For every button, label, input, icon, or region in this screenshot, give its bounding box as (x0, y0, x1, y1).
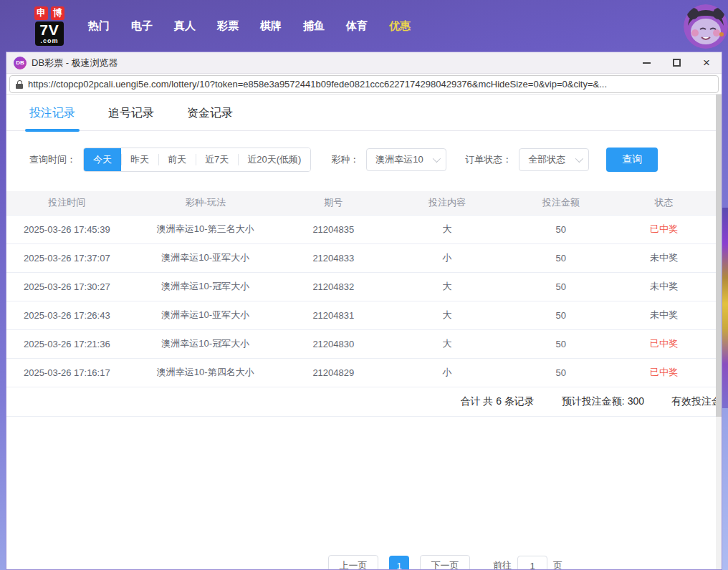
status-filter-label: 订单状态： (465, 153, 512, 166)
time-range-group: 今天 昨天 前天 近7天 近20天(低频) (83, 148, 311, 172)
cell-bet-content: 小 (383, 243, 512, 272)
table-row: 2025-03-26 17:16:17 澳洲幸运10-第四名大小 2120482… (6, 358, 717, 387)
cell-lottery-play: 澳洲幸运10-冠军大小 (128, 272, 284, 301)
page-unit-label: 页 (553, 559, 562, 570)
maximize-icon (673, 59, 681, 67)
nav-item-fishing[interactable]: 捕鱼 (302, 19, 325, 33)
time-option-yesterday[interactable]: 昨天 (121, 148, 158, 171)
maximize-button[interactable] (661, 52, 691, 73)
chevron-down-icon (433, 155, 441, 163)
url-text: https://ctopcp02pcali.uengi5e.com/lotter… (28, 79, 607, 90)
cell-issue: 21204831 (284, 301, 383, 329)
page-content: 投注记录 追号记录 资金记录 查询时间： 今天 昨天 前天 近7天 近20天(低… (6, 95, 722, 569)
logo-badge-1: 申 (34, 6, 48, 20)
page-number-1[interactable]: 1 (389, 556, 409, 570)
tab-bet-records[interactable]: 投注记录 (29, 106, 75, 130)
cell-bet-content: 小 (383, 358, 512, 387)
cell-bet-content: 大 (383, 329, 512, 358)
cell-lottery-play: 澳洲幸运10-冠军大小 (128, 329, 284, 358)
table-row: 2025-03-26 17:21:36 澳洲幸运10-冠军大小 21204830… (6, 329, 717, 358)
cell-bet-content: 大 (383, 301, 512, 329)
background-page-sliver (722, 208, 728, 408)
cell-bet-amount: 50 (511, 272, 610, 301)
minimize-icon (643, 62, 651, 64)
logo-badges: 申 博 (34, 6, 64, 20)
lottery-select-value: 澳洲幸运10 (375, 153, 423, 166)
col-bet-time: 投注时间 (6, 191, 128, 215)
lock-icon (16, 80, 23, 89)
table-header-row: 投注时间 彩种-玩法 期号 投注内容 投注金额 状态 (6, 191, 717, 215)
app-icon: DB (14, 57, 27, 69)
cell-issue: 21204835 (284, 215, 383, 243)
nav-item-lottery[interactable]: 彩票 (216, 19, 239, 33)
logo-sub-text: .com (39, 38, 59, 44)
time-option-day-before[interactable]: 前天 (158, 148, 196, 171)
cell-lottery-play: 澳洲幸运10-亚军大小 (128, 243, 284, 272)
cell-lottery-play: 澳洲幸运10-亚军大小 (128, 301, 284, 329)
table-row: 2025-03-26 17:37:07 澳洲幸运10-亚军大小 21204833… (6, 243, 717, 272)
record-tabs: 投注记录 追号记录 资金记录 (6, 95, 722, 131)
nav-item-hot[interactable]: 热门 (87, 19, 110, 33)
logo-main: 7V .com (35, 21, 64, 46)
window-title: DB彩票 - 极速浏览器 (32, 57, 118, 69)
cell-bet-time: 2025-03-26 17:37:07 (6, 243, 128, 272)
cell-issue: 21204830 (284, 329, 383, 358)
vertical-scrollbar[interactable] (716, 95, 722, 569)
table-row: 2025-03-26 17:26:43 澳洲幸运10-亚军大小 21204831… (6, 301, 717, 329)
prev-page-button[interactable]: 上一页 (328, 555, 378, 570)
tab-chase-records[interactable]: 追号记录 (108, 106, 154, 130)
cell-bet-amount: 50 (511, 243, 610, 272)
cell-status: 未中奖 (610, 243, 717, 272)
site-header: 申 博 7V .com 热门 电子 真人 彩票 棋牌 捕鱼 体育 优惠 (0, 0, 728, 52)
close-icon: × (703, 57, 710, 69)
nav-item-live[interactable]: 真人 (173, 19, 196, 33)
search-button[interactable]: 查询 (606, 148, 658, 172)
summary-values: 合计 共 6 条记录 预计投注金额: 300 有效投注金额 (6, 387, 717, 416)
pagination: 上一页 1 下一页 前往 页 (328, 555, 562, 570)
time-filter-label: 查询时间： (29, 153, 76, 166)
cell-bet-amount: 50 (511, 301, 610, 329)
col-status: 状态 (610, 191, 717, 215)
site-logo[interactable]: 申 博 7V .com (26, 6, 73, 46)
cell-status: 已中奖 (610, 329, 717, 358)
cell-bet-content: 大 (383, 272, 512, 301)
time-option-today[interactable]: 今天 (84, 148, 121, 171)
site-nav: 热门 电子 真人 彩票 棋牌 捕鱼 体育 优惠 (87, 19, 431, 33)
cell-bet-time: 2025-03-26 17:21:36 (6, 329, 128, 358)
browser-urlbar: https://ctopcp02pcali.uengi5e.com/lotter… (6, 74, 722, 95)
close-button[interactable]: × (691, 52, 722, 73)
cell-bet-amount: 50 (511, 358, 610, 387)
nav-item-board-games[interactable]: 棋牌 (259, 19, 282, 33)
window-controls: × (631, 52, 722, 73)
browser-window: DB DB彩票 - 极速浏览器 × https://ctopcp02pcali.… (6, 52, 722, 570)
bet-records-table: 投注时间 彩种-玩法 期号 投注内容 投注金额 状态 2025-03-26 17… (6, 191, 717, 387)
cell-status: 已中奖 (610, 358, 717, 387)
minimize-button[interactable] (631, 52, 661, 73)
user-avatar[interactable] (684, 4, 728, 49)
summary-row: 合计 共 6 条记录 预计投注金额: 300 有效投注金额 (6, 387, 717, 417)
summary-valid-amount: 有效投注金额 (671, 395, 717, 408)
window-titlebar[interactable]: DB DB彩票 - 极速浏览器 × (6, 52, 722, 74)
address-bar[interactable]: https://ctopcp02pcali.uengi5e.com/lotter… (9, 75, 719, 93)
scrollbar-thumb[interactable] (716, 95, 722, 417)
time-option-20days[interactable]: 近20天(低频) (238, 148, 310, 171)
next-page-button[interactable]: 下一页 (420, 555, 470, 570)
tab-fund-records[interactable]: 资金记录 (187, 106, 233, 130)
filter-bar: 查询时间： 今天 昨天 前天 近7天 近20天(低频) 彩种： 澳洲幸运10 订… (29, 148, 722, 172)
order-status-select[interactable]: 全部状态 (519, 148, 589, 171)
nav-item-promotions[interactable]: 优惠 (388, 19, 411, 33)
table-row: 2025-03-26 17:45:39 澳洲幸运10-第三名大小 2120483… (6, 215, 717, 243)
time-option-7days[interactable]: 近7天 (196, 148, 238, 171)
nav-item-sports[interactable]: 体育 (345, 19, 368, 33)
summary-total-records: 合计 共 6 条记录 (460, 395, 534, 408)
col-bet-content: 投注内容 (383, 191, 512, 215)
goto-label: 前往 (493, 559, 512, 570)
summary-expected-amount: 预计投注金额: 300 (562, 395, 644, 408)
nav-item-electronic[interactable]: 电子 (130, 19, 153, 33)
cell-lottery-play: 澳洲幸运10-第三名大小 (128, 215, 284, 243)
cell-bet-time: 2025-03-26 17:30:27 (6, 272, 128, 301)
goto-page-input[interactable] (517, 556, 547, 570)
lottery-select[interactable]: 澳洲幸运10 (366, 148, 446, 171)
avatar-image (684, 4, 728, 49)
cell-bet-time: 2025-03-26 17:26:43 (6, 301, 128, 329)
